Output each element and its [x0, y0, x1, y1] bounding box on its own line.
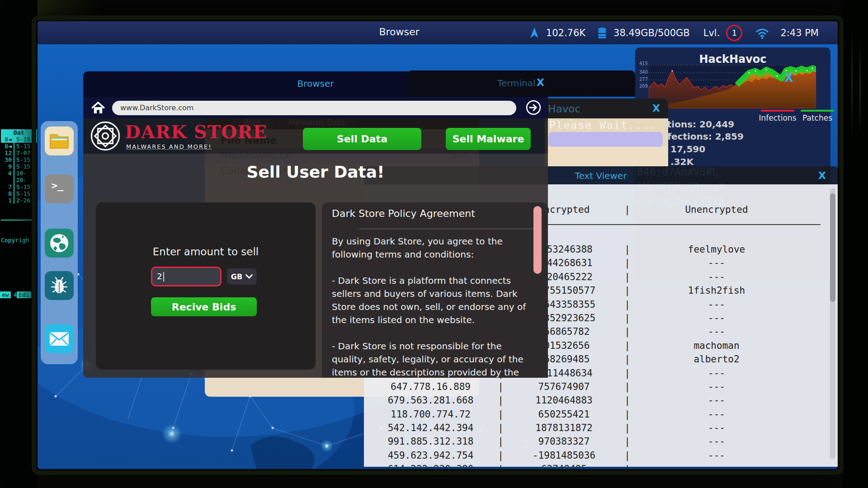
- wifi-icon: [755, 27, 769, 39]
- storage-icon: [597, 27, 607, 39]
- close-icon[interactable]: X: [818, 170, 826, 181]
- table-row: 459.623.942.754 -1981485036 ---: [364, 450, 838, 464]
- sell-data-button[interactable]: Sell Data: [303, 128, 421, 150]
- close-icon[interactable]: X: [784, 71, 793, 84]
- terminal-window: Terminal X: [407, 70, 635, 97]
- darkstore-brand: DARK STORE: [125, 121, 267, 142]
- clock: 2:43 PM: [780, 28, 819, 38]
- table-row: 647.778.16.889 757674907 ---: [364, 381, 838, 395]
- hackhavoc-progress-window: HackHavoc X Please Wait....: [545, 99, 668, 166]
- stat-count: 17,590: [670, 144, 705, 155]
- dock-item-malware-lab[interactable]: [45, 271, 74, 300]
- sell-user-data-modal: Sell User Data! Enter amount to sell 2 G…: [83, 154, 548, 378]
- policy-paragraph: - Dark Store is not responsible for the …: [332, 340, 531, 378]
- amount-panel: Enter amount to sell 2 GB Recive Bids: [96, 202, 316, 370]
- upload-count: 102.76K: [546, 28, 585, 38]
- go-icon[interactable]: [525, 99, 542, 116]
- terminal-icon: >_: [52, 180, 64, 191]
- policy-divider: [359, 229, 536, 229]
- window-body: [545, 147, 668, 166]
- table-row: 614.222.930.380 62749495 ---: [364, 464, 838, 467]
- home-icon[interactable]: [90, 100, 106, 116]
- window-title: Terminal: [497, 78, 536, 89]
- sell-malware-button[interactable]: Sell Malware: [446, 128, 531, 150]
- upload-icon: [529, 27, 540, 39]
- darkstore-logo-icon: [90, 120, 121, 152]
- level-label: Lvl.: [703, 28, 720, 38]
- top-status-bar: Browser 102.76K 38.49GB/500GB Lvl. 1: [38, 21, 838, 44]
- dock-item-file-manager[interactable]: [45, 127, 74, 155]
- browser-toolbar: www.DarkStore.com: [83, 97, 548, 118]
- legend-patches: Patches: [798, 110, 837, 122]
- mail-icon: [49, 331, 70, 347]
- dock-item-mail[interactable]: [45, 324, 74, 353]
- policy-paragraph: By using Dark Store, you agree to the fo…: [332, 235, 531, 261]
- y-tick: 340: [637, 70, 648, 75]
- policy-panel: Dark Store Policy Agreement By using Dar…: [322, 202, 548, 378]
- window-title: HackHavoc: [635, 53, 830, 66]
- reflection: [851, 27, 853, 140]
- bug-icon: [50, 276, 69, 296]
- browser-window: Browser www.DarkStore.com: [83, 71, 548, 378]
- close-icon[interactable]: X: [537, 77, 544, 88]
- dock-item-terminal[interactable]: >_: [45, 174, 74, 203]
- dos-function-keys: ew 4Edi: [0, 291, 31, 298]
- game-stage: Dat 8◄ 5-15 8◄ 5-15 12 7-07 30 5-15: [0, 0, 868, 488]
- darkstore-header: DARK STORE MALWARES AND MORE! Sell Data …: [83, 118, 548, 154]
- table-row: 679.563.281.668 1120464883 ---: [364, 395, 838, 408]
- folder-icon: [49, 133, 69, 149]
- col-unencrypted: Unencrypted: [631, 204, 802, 215]
- text-caret: [163, 272, 164, 282]
- policy-scrollbar-thumb[interactable]: [533, 206, 542, 274]
- table-row: 118.700.774.72 650255421 ---: [364, 409, 838, 422]
- reflection: [859, 41, 861, 136]
- modal-title: Sell User Data!: [83, 163, 548, 181]
- globe-icon: [49, 233, 70, 253]
- game-screen: Browser 102.76K 38.49GB/500GB Lvl. 1: [38, 21, 838, 469]
- window-titlebar: HackHavoc X: [545, 99, 668, 118]
- amount-label: Enter amount to sell: [96, 246, 316, 258]
- progress-bar: [548, 132, 663, 147]
- url-input[interactable]: www.DarkStore.com: [112, 101, 516, 115]
- please-wait-text: Please Wait....: [549, 119, 657, 131]
- chevron-down-icon: [245, 274, 253, 279]
- active-window-title: Browser: [363, 26, 435, 38]
- dos-divider: [1, 220, 36, 221]
- dos-copyright: Copyrigh: [1, 237, 29, 244]
- y-tick: 209: [637, 84, 648, 89]
- desk-right-area: [842, 0, 868, 488]
- y-tick: 415: [637, 61, 648, 66]
- scrollbar-thumb[interactable]: [830, 193, 835, 302]
- policy-text: By using Dark Store, you agree to the fo…: [332, 235, 531, 378]
- policy-title: Dark Store Policy Agreement: [332, 208, 475, 219]
- unit-dropdown[interactable]: GB: [227, 268, 257, 285]
- level-badge: 1: [726, 25, 742, 41]
- table-row: 991.885.312.318 970383327 ---: [364, 436, 838, 450]
- close-icon[interactable]: X: [652, 103, 660, 114]
- table-row: 542.142.442.394 1878131872 ---: [364, 422, 838, 436]
- dock-item-browser[interactable]: [45, 229, 74, 258]
- legend-infections: Infections: [758, 110, 797, 122]
- y-tick: 277: [637, 77, 648, 82]
- storage-value: 38.49GB/500GB: [613, 28, 690, 38]
- policy-paragraph: - Dark Store is a platform that connects…: [332, 274, 531, 327]
- receive-bids-button[interactable]: Recive Bids: [151, 297, 257, 316]
- app-dock: >_: [41, 121, 78, 364]
- darkstore-tagline: MALWARES AND MORE!: [126, 143, 212, 150]
- amount-input[interactable]: 2: [151, 267, 222, 286]
